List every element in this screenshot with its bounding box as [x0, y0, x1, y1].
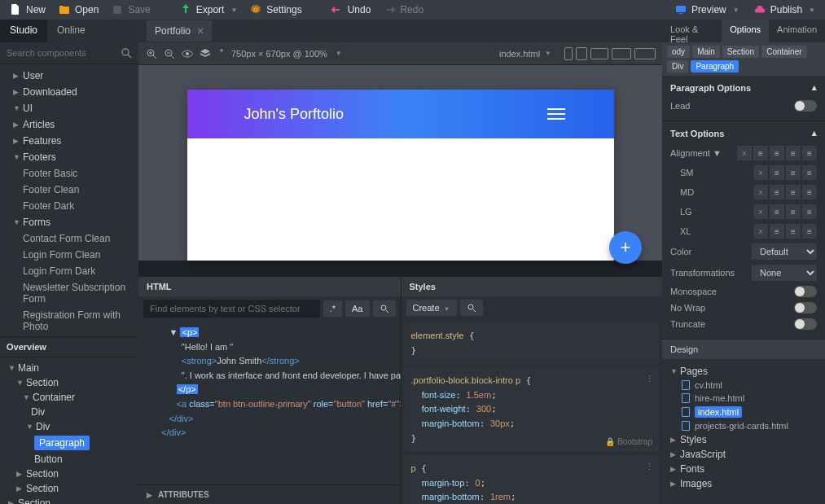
collapse-icon[interactable]: ▴: [812, 128, 817, 138]
align-left-icon[interactable]: ≡: [770, 204, 784, 219]
align-right-icon[interactable]: ≡: [802, 165, 817, 180]
save-button[interactable]: Save: [105, 1, 156, 19]
attributes-header[interactable]: ▶ATTRIBUTES: [138, 484, 401, 504]
align-right-icon[interactable]: ≡: [802, 185, 817, 199]
ov-section2[interactable]: ▶Section: [0, 467, 138, 481]
layers-icon[interactable]: [199, 47, 212, 60]
align-center-icon[interactable]: ≡: [786, 185, 801, 199]
design-tab[interactable]: Design: [662, 340, 825, 359]
monospace-toggle[interactable]: [794, 286, 817, 297]
bc-container[interactable]: Container: [761, 46, 806, 58]
close-icon[interactable]: ×: [197, 24, 204, 37]
ov-section4[interactable]: ▶Section: [0, 496, 138, 504]
text-options-header[interactable]: Text Options▴: [670, 128, 817, 138]
publish-button[interactable]: Publish▼: [748, 1, 822, 19]
eye-icon[interactable]: [181, 47, 194, 60]
ov-div[interactable]: Div: [0, 405, 138, 419]
tree-footer-clean[interactable]: Footer Clean: [0, 182, 138, 198]
html-code-area[interactable]: ▼ <p> "Hello! I am " <strong>John Smith<…: [138, 321, 401, 484]
styles-group[interactable]: ▶Styles: [662, 432, 825, 447]
preview-button[interactable]: Preview▼: [669, 1, 746, 19]
bc-body[interactable]: ody: [667, 46, 690, 58]
search-icon[interactable]: [121, 47, 132, 59]
style-rule-2[interactable]: p { margin-top: 0; margin-bottom: 1rem;}…: [405, 455, 660, 504]
device-mobile-icon[interactable]: [564, 47, 573, 60]
tree-articles[interactable]: ▶Articles: [0, 116, 138, 133]
export-button[interactable]: Export▼: [173, 1, 244, 19]
align-center-icon[interactable]: ≡: [786, 224, 801, 239]
redo-button[interactable]: Redo: [377, 1, 430, 19]
bc-section[interactable]: Section: [722, 46, 759, 58]
tree-newsletter[interactable]: Newsletter Subscription Form: [0, 279, 138, 307]
selector-btn[interactable]: .*: [323, 300, 342, 317]
pages-group[interactable]: ▼Pages: [662, 364, 825, 379]
search-input[interactable]: [7, 48, 121, 58]
tree-login-clean[interactable]: Login Form Clean: [0, 247, 138, 263]
transformations-select[interactable]: None: [752, 265, 817, 281]
align-none[interactable]: ×: [753, 185, 768, 199]
align-left-icon[interactable]: ≡: [753, 146, 768, 160]
color-select[interactable]: Default: [752, 243, 817, 260]
open-button[interactable]: Open: [52, 1, 105, 19]
tree-contact-form[interactable]: Contact Form Clean: [0, 230, 138, 247]
javascript-group[interactable]: ▶JavaScript: [662, 447, 825, 462]
new-button[interactable]: New: [3, 1, 52, 19]
tab-options[interactable]: Options: [722, 20, 769, 42]
zoom-out-icon[interactable]: [163, 47, 176, 60]
tree-user[interactable]: ▶User: [0, 68, 138, 84]
collapse-icon[interactable]: ▴: [812, 82, 817, 93]
file-cv[interactable]: cv.html: [662, 379, 825, 392]
tree-registration[interactable]: Registration Form with Photo: [0, 307, 138, 335]
device-desktop-icon[interactable]: [612, 48, 631, 59]
tab-studio[interactable]: Studio: [0, 20, 47, 42]
ov-paragraph[interactable]: Paragraph: [0, 434, 138, 452]
case-btn[interactable]: Aa: [345, 300, 369, 317]
tree-features[interactable]: ▶Features: [0, 133, 138, 149]
style-element[interactable]: element.style {}: [405, 322, 660, 364]
align-right-icon[interactable]: ≡: [802, 224, 817, 239]
more-icon[interactable]: ⋮: [645, 372, 654, 387]
ov-section[interactable]: ▼Section: [0, 375, 138, 390]
fab-add-button[interactable]: +: [609, 231, 642, 264]
align-none[interactable]: ×: [753, 165, 768, 180]
canvas-area[interactable]: John's Porftolio: [138, 65, 662, 261]
chevron-down-icon[interactable]: ▼: [545, 50, 551, 57]
fonts-group[interactable]: ▶Fonts: [662, 462, 825, 476]
lead-toggle[interactable]: [794, 100, 817, 112]
tree-ui[interactable]: ▼UI: [0, 100, 138, 116]
create-style-button[interactable]: Create ▼: [406, 300, 457, 316]
align-right-icon[interactable]: ≡: [802, 204, 817, 219]
settings-button[interactable]: Settings: [244, 1, 308, 19]
ov-main[interactable]: ▼Main: [0, 361, 138, 375]
align-center-icon[interactable]: ≡: [786, 165, 801, 180]
find-icon[interactable]: [373, 300, 396, 317]
canvas-filename[interactable]: index.html: [499, 49, 540, 59]
hamburger-icon[interactable]: [547, 108, 565, 120]
align-center-icon[interactable]: ≡: [770, 146, 784, 160]
align-right-icon[interactable]: ≡: [786, 146, 801, 160]
tree-footers[interactable]: ▼Footers: [0, 149, 138, 165]
tree-login-dark[interactable]: Login Form Dark: [0, 263, 138, 279]
canvas-page[interactable]: John's Porftolio: [187, 90, 614, 261]
align-none[interactable]: ×: [753, 204, 768, 219]
device-laptop-icon[interactable]: [590, 48, 608, 59]
truncate-toggle[interactable]: [794, 318, 817, 330]
ov-button[interactable]: Button: [0, 452, 138, 467]
ov-section3[interactable]: ▶Section: [0, 481, 138, 496]
tree-footer-dark[interactable]: Footer Dark: [0, 198, 138, 214]
file-tab[interactable]: Portfolio ×: [147, 20, 212, 42]
zoom-in-icon[interactable]: [145, 47, 158, 60]
align-left-icon[interactable]: ≡: [770, 165, 784, 180]
tree-forms[interactable]: ▼Forms: [0, 214, 138, 230]
align-left-icon[interactable]: ≡: [770, 224, 784, 239]
bc-main[interactable]: Main: [692, 46, 720, 58]
align-none[interactable]: ×: [753, 224, 768, 239]
more-icon[interactable]: ⋮: [645, 460, 654, 475]
ov-container[interactable]: ▼Container: [0, 390, 138, 405]
align-left-icon[interactable]: ≡: [770, 185, 784, 199]
file-projects[interactable]: projects-grid-cards.html: [662, 419, 825, 432]
tree-footer-basic[interactable]: Footer Basic: [0, 165, 138, 182]
chevron-down-icon[interactable]: ▼: [218, 47, 225, 60]
tab-look-feel[interactable]: Look & Feel: [662, 20, 722, 42]
tab-animation[interactable]: Animation: [769, 20, 825, 42]
